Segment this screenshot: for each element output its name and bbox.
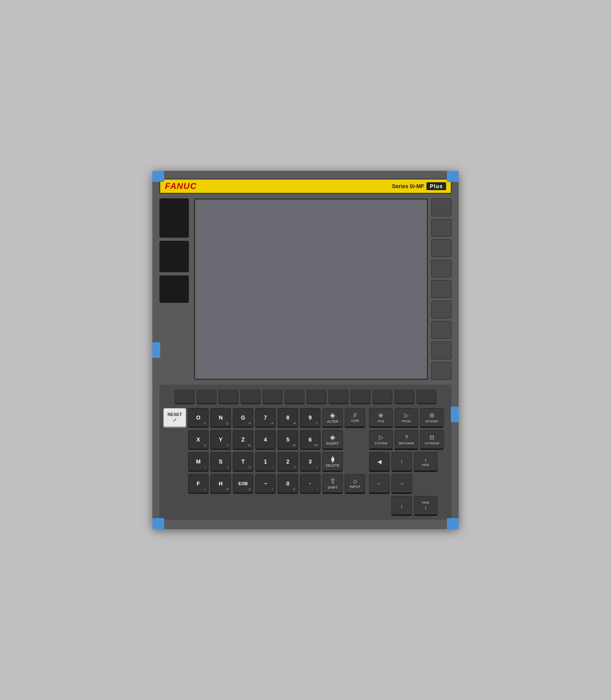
fn-key-1[interactable] (175, 390, 194, 404)
key-7[interactable]: 7 A (255, 408, 276, 428)
shift-label: SHIFT (327, 486, 338, 490)
fn-key-4[interactable] (241, 390, 260, 404)
pos-label: POS (378, 420, 384, 423)
left-panel (159, 198, 191, 380)
key-0[interactable]: 0 ∗ (278, 474, 298, 494)
key-F[interactable]: F L (188, 474, 209, 494)
reset-key[interactable]: RESET ⟋ (163, 408, 186, 428)
key-Y[interactable]: Y V (210, 430, 231, 450)
right-arrow-icon: → (399, 480, 404, 487)
key-alter[interactable]: ◈ ALTER (322, 408, 343, 428)
fn-key-12[interactable] (417, 390, 436, 404)
key-can[interactable]: // CAN (345, 408, 365, 428)
key-Y-sub: V (227, 443, 229, 447)
fn-key-6[interactable] (285, 390, 304, 404)
key-7-main: 7 (264, 415, 267, 420)
key-2[interactable]: 2 # (278, 452, 298, 472)
ofs-icon: ⊟ (430, 412, 434, 419)
key-prog[interactable]: ▷ PROG (395, 408, 418, 428)
key-left-arrow-dark[interactable]: ◀ (369, 452, 390, 472)
softkey-5[interactable] (431, 280, 452, 298)
key-6-main: 6 (309, 437, 312, 442)
tape-middle-right (451, 407, 459, 422)
key-H-main: H (219, 481, 223, 486)
softkey-7[interactable] (431, 321, 452, 339)
reset-label: RESET (168, 412, 182, 417)
key-minus[interactable]: − + (255, 474, 276, 494)
left-btn-middle[interactable] (159, 241, 189, 272)
key-2-sub: # (294, 465, 296, 469)
softkey-2[interactable] (431, 219, 452, 237)
key-page-up[interactable]: ↑ PAGE (414, 452, 437, 472)
fn-key-3[interactable] (219, 390, 238, 404)
key-X[interactable]: X U (188, 430, 209, 450)
key-9[interactable]: 9 C (300, 408, 320, 428)
key-T-main: T (241, 459, 245, 464)
softkey-8[interactable] (431, 341, 452, 359)
softkey-4[interactable] (431, 260, 452, 278)
key-cstm-gr[interactable]: ⊡ CSTM/GR (420, 430, 444, 450)
softkey-1[interactable] (431, 198, 452, 216)
insert-label: INSERT (326, 442, 339, 446)
key-S[interactable]: S J (210, 452, 231, 472)
key-Z[interactable]: Z W (233, 430, 253, 450)
softkey-6[interactable] (431, 301, 452, 319)
key-dot[interactable]: · / (300, 474, 320, 494)
key-EOB[interactable]: EOB E (233, 474, 253, 494)
alter-icon: ◈ (330, 411, 335, 420)
key-G[interactable]: G R (233, 408, 253, 428)
left-btn-top[interactable] (159, 198, 189, 238)
key-8[interactable]: 8 B (278, 408, 298, 428)
reset-icon: ⟋ (172, 417, 177, 423)
key-left-arrow[interactable]: ← (369, 474, 390, 494)
key-M[interactable]: M I (188, 452, 209, 472)
key-4[interactable]: 4 − (255, 430, 276, 450)
key-O[interactable]: O P (188, 408, 209, 428)
key-down-arrow[interactable]: ↓ (391, 496, 412, 516)
key-H[interactable]: H D (210, 474, 231, 494)
key-system[interactable]: ▷ SYSTEM (369, 430, 393, 450)
page-up-label: PAGE (422, 464, 430, 466)
key-message[interactable]: ? MESSAGE (395, 430, 418, 450)
key-dot-sub: / (317, 487, 318, 491)
key-5[interactable]: 5 W (278, 430, 298, 450)
key-ofs-set[interactable]: ⊟ OFS/SET (420, 408, 444, 428)
left-arrow-icon: ◀ (377, 458, 382, 465)
main-area (159, 198, 452, 380)
key-3[interactable]: 3 = (300, 452, 320, 472)
softkey-9[interactable] (431, 362, 452, 380)
keyboard-section: RESET ⟋ O P N Q G R (159, 385, 452, 520)
fn-key-9[interactable] (351, 390, 370, 404)
key-N[interactable]: N Q (210, 408, 231, 428)
key-row-2: X U Y V Z W 4 − (163, 430, 366, 450)
key-8-sub: B (294, 421, 296, 425)
key-O-main: O (196, 415, 201, 420)
fn-key-2[interactable] (197, 390, 216, 404)
key-input[interactable]: ◇ INPUT (345, 474, 365, 494)
prog-icon: ▷ (404, 412, 409, 419)
key-T[interactable]: T K (233, 452, 253, 472)
softkey-3[interactable] (431, 239, 452, 257)
key-6[interactable]: 6 SP (300, 430, 320, 450)
fn-key-11[interactable] (395, 390, 414, 404)
key-right-arrow[interactable]: → (391, 474, 412, 494)
key-delete[interactable]: ⧫ DELETE (322, 452, 343, 472)
key-pos[interactable]: ⊕ POS (369, 408, 393, 428)
key-insert[interactable]: ◈ INSERT (322, 430, 343, 450)
key-1-sub: / (273, 465, 273, 469)
key-page-down[interactable]: PAGE ↓ (414, 496, 437, 516)
tape-bottom-left (152, 518, 164, 529)
brand-plus-label: Plus (426, 182, 446, 190)
nav-row-arrows-2: ← → (369, 474, 448, 494)
fn-key-10[interactable] (373, 390, 392, 404)
fn-key-7[interactable] (307, 390, 326, 404)
key-up-arrow[interactable]: ↑ (391, 452, 412, 472)
page-up-icon: ↑ (424, 457, 427, 464)
delete-icon: ⧫ (331, 455, 335, 464)
key-6-sub: SP (314, 443, 318, 447)
fn-key-8[interactable] (329, 390, 348, 404)
key-shift[interactable]: ⇧ SHIFT (322, 474, 343, 494)
fn-key-5[interactable] (263, 390, 282, 404)
left-btn-bottom[interactable] (159, 275, 189, 303)
key-1[interactable]: 1 / (255, 452, 276, 472)
